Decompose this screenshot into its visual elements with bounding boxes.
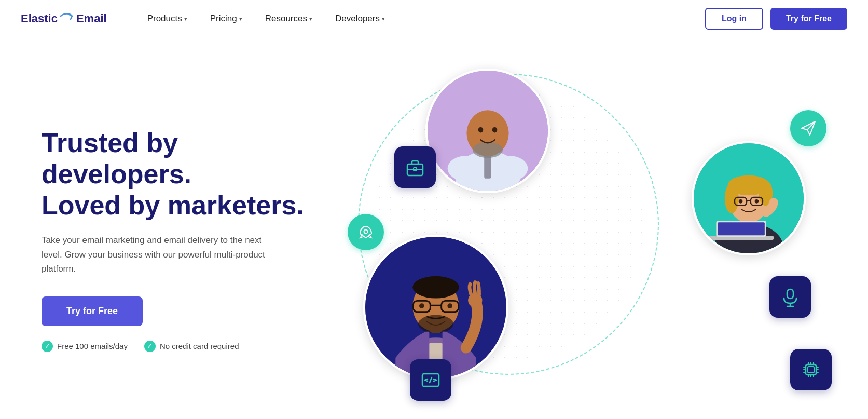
hero-section: Trusted by developers. Loved by marketer…	[0, 37, 868, 419]
hero-text: Trusted by developers. Loved by marketer…	[42, 128, 322, 352]
hero-subtitle: Take your email marketing and email deli…	[42, 233, 280, 276]
svg-point-35	[755, 199, 759, 204]
svg-point-29	[725, 183, 739, 213]
svg-point-5	[473, 142, 503, 158]
nav-item-pricing[interactable]: Pricing ▾	[201, 9, 252, 28]
hero-visual	[342, 58, 847, 419]
svg-line-48	[430, 377, 432, 383]
developers-chevron-icon: ▾	[382, 16, 385, 22]
nav-item-developers[interactable]: Developers ▾	[326, 9, 394, 28]
svg-point-16	[412, 276, 459, 299]
svg-rect-44	[787, 289, 793, 299]
person-circle-2	[363, 235, 508, 380]
logo-elastic: Elastic	[21, 12, 58, 25]
code-icon-box	[410, 359, 451, 401]
svg-point-21	[447, 303, 452, 308]
svg-point-9	[493, 156, 528, 181]
nav-item-products[interactable]: Products ▾	[138, 9, 197, 28]
briefcase-icon-box	[394, 146, 436, 188]
rocket-icon-circle	[348, 214, 384, 250]
nav-actions: Log in Try for Free	[705, 8, 847, 30]
products-chevron-icon: ▾	[184, 16, 187, 22]
resources-chevron-icon: ▾	[309, 16, 312, 22]
svg-point-6	[478, 127, 484, 133]
hero-badge-emails: ✓ Free 100 emails/day	[42, 341, 128, 352]
microphone-icon-box	[769, 276, 811, 318]
logo-arrow-icon	[60, 12, 74, 25]
paper-plane-icon-circle	[790, 110, 826, 146]
login-button[interactable]: Log in	[705, 8, 763, 30]
svg-point-40	[364, 230, 368, 234]
person-circle-1	[425, 69, 550, 193]
svg-point-20	[419, 303, 424, 308]
nav-try-button[interactable]: Try for Free	[770, 8, 847, 30]
hero-try-button[interactable]: Try for Free	[42, 296, 143, 326]
logo[interactable]: Elastic Email	[21, 12, 107, 25]
check-icon-1: ✓	[42, 341, 53, 352]
nav-item-resources[interactable]: Resources ▾	[256, 9, 322, 28]
person-circle-3	[692, 141, 806, 255]
check-icon-2: ✓	[144, 341, 156, 352]
logo-email: Email	[76, 12, 107, 25]
svg-point-8	[448, 156, 483, 181]
hero-badges: ✓ Free 100 emails/day ✓ No credit card r…	[42, 341, 322, 352]
navbar: Elastic Email Products ▾ Pricing ▾ Resou…	[0, 0, 868, 37]
svg-rect-50	[808, 367, 814, 373]
nav-links: Products ▾ Pricing ▾ Resources ▾ Develop…	[138, 9, 705, 28]
hero-badge-no-card: ✓ No credit card required	[144, 341, 239, 352]
svg-point-7	[492, 127, 498, 133]
pricing-chevron-icon: ▾	[239, 16, 242, 22]
svg-point-34	[739, 199, 743, 204]
svg-rect-38	[718, 222, 765, 235]
svg-point-22	[418, 315, 453, 333]
hero-title: Trusted by developers. Loved by marketer…	[42, 128, 322, 221]
chip-icon-box	[790, 349, 832, 390]
